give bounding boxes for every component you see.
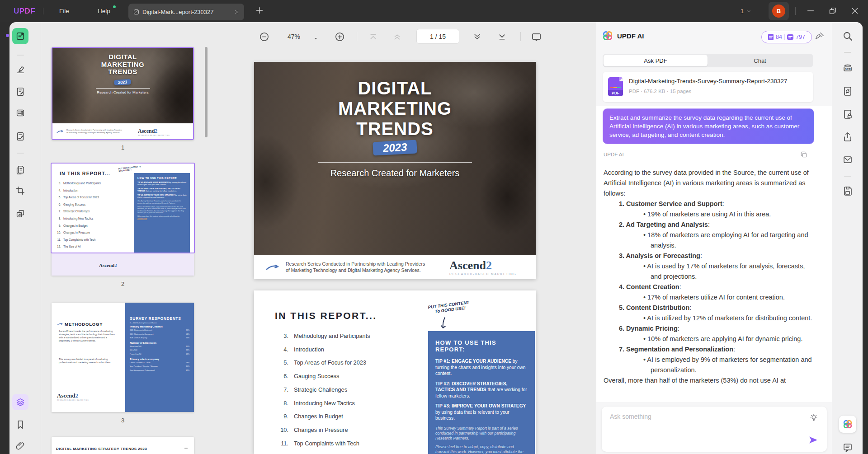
thumbnail-label: 1 (52, 144, 194, 151)
last-page-button[interactable] (497, 32, 507, 43)
ocr-icon: OCR (842, 62, 853, 73)
comment-tool[interactable] (12, 61, 28, 77)
maximize-button[interactable] (828, 6, 838, 18)
ocr-tool[interactable]: OCR (840, 60, 856, 76)
protect-tool[interactable] (840, 106, 856, 122)
highlighter-icon (15, 64, 25, 74)
thumbnail-label: 2 (52, 281, 194, 287)
email-tool[interactable] (840, 151, 856, 168)
file-menu[interactable]: File (59, 0, 69, 22)
zoom-level[interactable]: 47% (281, 33, 307, 40)
send-icon (808, 435, 819, 445)
thumb1-divider (96, 88, 150, 89)
broom-icon (815, 32, 825, 42)
reader-icon (15, 31, 25, 41)
save-icon (842, 186, 853, 197)
next-page-button[interactable] (472, 32, 482, 43)
prompt-ideas-button[interactable] (809, 413, 819, 425)
convert-tool[interactable] (840, 83, 856, 99)
zoom-in-button[interactable] (335, 32, 345, 44)
pdf-file-icon: PDF (608, 77, 623, 96)
thumb1-title: DIGITALMARKETINGTRENDS (52, 53, 193, 76)
arrow-icon (56, 129, 64, 134)
cover-subtitle: Research Created for Marketers (254, 168, 536, 178)
handwritten-annotation: PUT THIS CONTENTTo GOOD USE! (428, 300, 470, 314)
thumbnail-page-4[interactable]: DIGITAL MARKETING STRATEGY TRENDS 2023 (52, 437, 194, 454)
bookmark-tool[interactable] (12, 417, 28, 433)
save-tool[interactable] (840, 183, 856, 199)
ask-input-card (602, 407, 827, 452)
organize-pages-tool[interactable] (12, 162, 28, 178)
updf-logo[interactable]: UPDF (14, 0, 35, 22)
rail-divider (844, 52, 851, 53)
ai-credits-pill[interactable]: 84 797 (761, 31, 812, 43)
form-icon (15, 108, 25, 118)
thumb1-footer: Research Series Conducted in Partnership… (52, 123, 193, 139)
account-button[interactable]: B (769, 2, 789, 20)
thumb3-brand: Ascend2 RESEARCH-BASED MARKETING (57, 391, 89, 401)
new-tab-button[interactable] (255, 5, 264, 17)
pdf-file-card[interactable]: PDF Digital-Marketing-Trends-Survey-Summ… (603, 72, 813, 102)
fill-sign-tool[interactable] (12, 128, 28, 145)
updf-ai-shortcut[interactable] (839, 416, 856, 433)
tab-close-icon[interactable] (234, 9, 240, 15)
close-button[interactable] (850, 6, 860, 18)
convert-icon (842, 86, 853, 97)
thumbnail-scrollbar[interactable] (205, 47, 208, 137)
copy-response-button[interactable] (800, 150, 808, 160)
thumbnail-page-3[interactable]: METHODOLOGY Ascend2 benchmarks the perfo… (52, 303, 194, 412)
send-button[interactable] (808, 435, 819, 447)
window-controls-divider (795, 7, 796, 15)
tab-title: Digital-Mark...eport-230327 (142, 9, 231, 15)
panel-handle-dot[interactable] (6, 34, 9, 37)
thumb2-brand: Ascend2 (99, 261, 117, 269)
toc-list: 3.Methodology and Participants 4.Introdu… (268, 329, 417, 454)
toolbar-divider (520, 32, 521, 41)
restore-icon (828, 6, 838, 16)
paperclip-icon (15, 441, 25, 451)
previous-page-button[interactable] (392, 32, 402, 43)
layers-tool[interactable] (12, 394, 28, 410)
minimize-button[interactable] (806, 6, 816, 18)
last-page-icon (497, 32, 507, 42)
help-menu[interactable]: Help (98, 0, 110, 22)
document-tab[interactable]: Digital-Mark...eport-230327 (128, 4, 244, 20)
attachment-tool[interactable] (12, 438, 28, 454)
close-icon (850, 6, 860, 16)
watermark-tool[interactable] (12, 206, 28, 222)
pdf-page-2[interactable]: IN THIS REPORT... 3.Methodology and Part… (254, 290, 536, 454)
search-icon (842, 31, 853, 42)
tab-ask-pdf[interactable]: Ask PDF (604, 55, 708, 66)
arrow-icon (57, 322, 63, 326)
share-tool[interactable] (840, 129, 856, 145)
thumbnail-page-1[interactable]: DIGITALMARKETINGTRENDS 2023 Research Cre… (52, 47, 194, 140)
thumbnail-page-2[interactable]: IN THIS REPORT... 3.Methodology and Part… (52, 164, 194, 276)
form-tool[interactable] (12, 105, 28, 121)
search-tool[interactable] (840, 28, 856, 44)
clear-chat-button[interactable] (815, 32, 825, 43)
viewport-indicator[interactable] (51, 163, 195, 253)
zoom-out-button[interactable] (259, 32, 269, 44)
mail-icon (842, 154, 853, 165)
slides-icon (15, 209, 25, 219)
page-indicator-input[interactable]: 1 / 15 (416, 29, 459, 44)
feedback-tool[interactable] (840, 440, 856, 454)
plus-icon (255, 5, 264, 15)
window-count-dropdown[interactable]: 1 (741, 0, 751, 22)
how-to-use-box: HOW TO USE THIS REPORT: TIP #1: ENGAGE Y… (428, 331, 535, 454)
zoom-dropdown[interactable] (313, 35, 318, 43)
pdf-page-1[interactable]: DIGITALMARKETINGTRENDS 2023 Research Cre… (254, 62, 536, 279)
presentation-button[interactable] (531, 32, 542, 44)
first-page-button[interactable] (368, 32, 378, 43)
crop-icon (15, 186, 25, 196)
thumb2-out-of-view-tint: Ascend2 (52, 253, 194, 276)
reader-tool[interactable] (12, 28, 28, 44)
ask-input[interactable] (609, 412, 801, 445)
tab-chat[interactable]: Chat (708, 55, 812, 66)
edit-pdf-tool[interactable] (12, 84, 28, 100)
cover-footer-text: Research Series Conducted in Partnership… (286, 261, 430, 273)
crop-tool[interactable] (12, 183, 28, 199)
plus-circle-icon (335, 32, 345, 42)
cover-year-badge: 2023 (373, 140, 417, 155)
cover-title: DIGITALMARKETINGTRENDS (254, 78, 536, 139)
